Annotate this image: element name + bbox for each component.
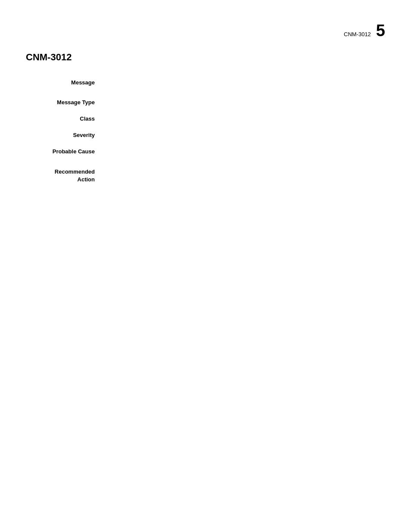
label-probable-cause: Probable Cause [26,147,95,155]
field-row-recommended-action: RecommendedAction [26,167,385,184]
label-class: Class [26,115,95,122]
field-row-message-type: Message Type [26,98,385,115]
value-severity [95,131,385,132]
value-recommended-action [95,167,385,168]
label-severity: Severity [26,131,95,138]
page-header: CNM-3012 5 [344,22,385,39]
value-message-type [95,98,385,99]
label-message: Message [26,78,95,86]
field-row-class: Class [26,115,385,131]
field-row-severity: Severity [26,131,385,147]
label-message-type: Message Type [26,98,95,106]
value-message [95,78,385,79]
header-code: CNM-3012 [344,31,371,37]
label-recommended-action: RecommendedAction [26,167,95,184]
main-content: CNM-3012 Message Message Type Class Seve… [26,52,385,184]
document-title: CNM-3012 [26,52,385,63]
field-row-probable-cause: Probable Cause [26,147,385,164]
header-page-number: 5 [376,22,385,39]
value-class [95,115,385,115]
field-row-message: Message [26,78,385,95]
value-probable-cause [95,147,385,148]
